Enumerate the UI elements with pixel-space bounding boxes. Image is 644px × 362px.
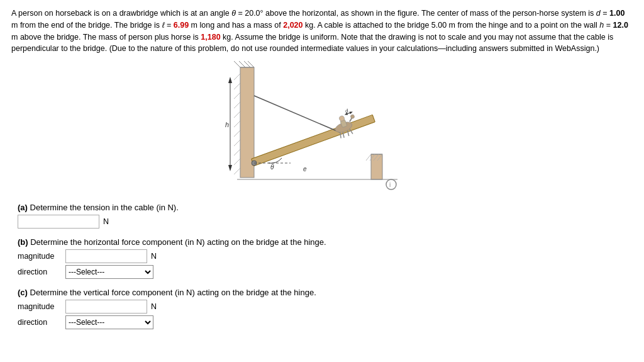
svg-rect-21 (252, 115, 375, 166)
svg-point-46 (386, 179, 396, 189)
svg-line-13 (234, 140, 240, 146)
svg-line-16 (234, 168, 240, 174)
part-b-magnitude-input[interactable] (65, 249, 147, 263)
svg-line-3 (239, 61, 245, 67)
svg-line-14 (234, 149, 240, 156)
svg-text:d: d (345, 108, 350, 114)
svg-text:h: h (225, 121, 229, 128)
svg-line-5 (248, 61, 254, 67)
svg-point-30 (350, 114, 355, 119)
svg-line-7 (234, 83, 240, 89)
part-c-magnitude-label: magnitude (18, 302, 62, 311)
svg-line-15 (234, 159, 240, 165)
figure-container: h (11, 61, 633, 195)
part-b-direction-label: direction (18, 268, 62, 276)
part-b-direction-select[interactable]: ---Select--- toward the wall away from t… (65, 265, 153, 279)
svg-text:e: e (303, 166, 307, 173)
part-b-magnitude-label: magnitude (18, 252, 62, 261)
part-c-magnitude-unit: N (151, 302, 157, 311)
part-b-magnitude-unit: N (151, 252, 157, 261)
svg-marker-34 (350, 111, 353, 114)
svg-marker-18 (228, 77, 232, 83)
problem-text: A person on horseback is on a drawbridge… (11, 8, 633, 55)
parts-container: (a) Determine the tension in the cable (… (11, 203, 633, 329)
svg-text:θ: θ (270, 164, 274, 171)
svg-rect-39 (371, 154, 382, 179)
svg-line-12 (234, 130, 240, 137)
svg-line-2 (234, 61, 240, 67)
part-b-label: (b) Determine the horizontal force compo… (18, 237, 633, 247)
part-a-input[interactable] (18, 215, 99, 229)
svg-text:i: i (389, 181, 391, 188)
part-b: (b) Determine the horizontal force compo… (18, 237, 633, 279)
part-a: (a) Determine the tension in the cable (… (18, 203, 633, 229)
part-c-direction-select[interactable]: ---Select--- upward downward (65, 315, 153, 329)
part-a-label: (a) Determine the tension in the cable (… (18, 203, 633, 212)
part-c: (c) Determine the vertical force compone… (18, 288, 633, 329)
part-c-label: (c) Determine the vertical force compone… (18, 288, 633, 297)
figure-diagram: h (221, 61, 423, 193)
svg-line-4 (244, 61, 250, 67)
svg-line-10 (234, 111, 240, 118)
svg-line-9 (234, 102, 240, 108)
part-a-unit: N (103, 217, 109, 226)
svg-line-6 (234, 74, 240, 80)
svg-line-8 (234, 93, 240, 99)
svg-line-11 (234, 121, 240, 127)
svg-marker-19 (228, 165, 232, 171)
part-c-direction-label: direction (18, 318, 62, 327)
svg-line-22 (254, 96, 340, 132)
part-c-magnitude-input[interactable] (65, 300, 147, 314)
